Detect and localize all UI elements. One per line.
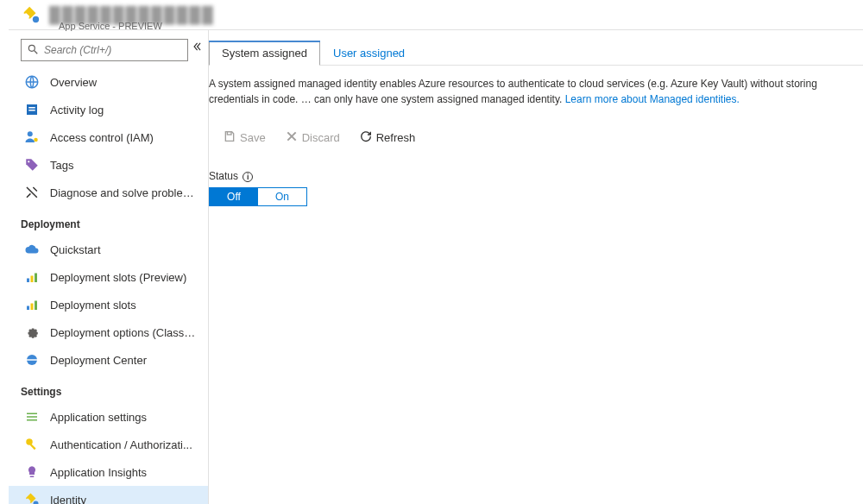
gear-icon bbox=[24, 324, 40, 340]
save-label: Save bbox=[240, 131, 266, 144]
sidebar-item-label: Identity bbox=[50, 494, 86, 505]
svg-point-9 bbox=[28, 161, 29, 162]
status-label-row: Status i bbox=[209, 170, 863, 187]
tab-label: User assigned bbox=[333, 47, 405, 60]
sidebar-item-label: Authentication / Authorizati... bbox=[50, 438, 192, 451]
svg-point-1 bbox=[28, 45, 35, 51]
svg-rect-26 bbox=[227, 132, 231, 135]
learn-more-link[interactable]: Learn more about Managed identities. bbox=[565, 93, 740, 105]
sidebar-item-activity-log[interactable]: Activity log bbox=[9, 96, 208, 123]
description: A system assigned managed identity enabl… bbox=[209, 66, 863, 114]
svg-point-23 bbox=[34, 501, 39, 505]
bulb-icon bbox=[24, 464, 40, 480]
status-toggle[interactable]: Off On bbox=[209, 187, 307, 206]
page-header: █████████████ App Service - PREVIEW bbox=[9, 0, 863, 30]
toolbar: Save Discard Refresh bbox=[209, 114, 863, 170]
sidebar-item-label: Application settings bbox=[50, 411, 147, 424]
sidebar-item-tags[interactable]: Tags bbox=[9, 151, 208, 179]
refresh-label: Refresh bbox=[376, 131, 416, 144]
save-icon bbox=[223, 129, 236, 146]
search-input[interactable] bbox=[21, 39, 188, 61]
svg-point-0 bbox=[33, 16, 39, 22]
sidebar-item-label: Overview bbox=[50, 76, 97, 89]
tab-user-assigned[interactable]: User assigned bbox=[320, 41, 418, 65]
bars-icon bbox=[24, 297, 40, 312]
info-icon[interactable]: i bbox=[243, 172, 253, 182]
svg-line-2 bbox=[35, 50, 38, 54]
tab-system-assigned[interactable]: System assigned bbox=[209, 41, 320, 66]
sidebar-item-label: Deployment slots bbox=[50, 299, 136, 312]
section-settings: Settings bbox=[9, 374, 208, 403]
refresh-button[interactable]: Refresh bbox=[352, 126, 423, 149]
nav-top: Overview Activity log Access control (IA… bbox=[9, 68, 208, 206]
search-field[interactable] bbox=[44, 44, 182, 56]
sidebar-item-deployment-slots[interactable]: Deployment slots bbox=[9, 291, 208, 318]
svg-rect-11 bbox=[31, 276, 34, 283]
sidebar-item-authentication[interactable]: Authentication / Authorizati... bbox=[9, 431, 208, 458]
sidebar-item-label: Activity log bbox=[50, 104, 104, 117]
toggle-off[interactable]: Off bbox=[210, 188, 258, 205]
nav-settings: Application settings Authentication / Au… bbox=[9, 403, 208, 504]
globe2-icon bbox=[24, 352, 40, 368]
log-icon bbox=[24, 102, 40, 117]
identity-icon bbox=[24, 492, 40, 504]
main-content: System assigned User assigned A system a… bbox=[209, 30, 863, 504]
status-label: Status bbox=[209, 170, 238, 182]
toggle-off-label: Off bbox=[227, 191, 241, 203]
toggle-on[interactable]: On bbox=[258, 188, 306, 205]
svg-rect-21 bbox=[30, 444, 36, 450]
sidebar-item-label: Quickstart bbox=[50, 243, 101, 256]
key-icon bbox=[24, 437, 40, 452]
bars-icon bbox=[24, 269, 40, 285]
nav-deployment: Quickstart Deployment slots (Preview) De… bbox=[9, 236, 208, 374]
globe-icon bbox=[24, 74, 40, 90]
sidebar-item-diagnose[interactable]: Diagnose and solve problems bbox=[9, 179, 208, 206]
sidebar-item-application-insights[interactable]: Application Insights bbox=[9, 458, 208, 486]
collapse-button[interactable] bbox=[191, 41, 203, 55]
sidebar-item-access-control[interactable]: Access control (IAM) bbox=[9, 123, 208, 151]
sidebar-item-deployment-slots-preview[interactable]: Deployment slots (Preview) bbox=[9, 263, 208, 291]
sidebar-item-label: Application Insights bbox=[50, 466, 147, 479]
sidebar-item-identity[interactable]: Identity bbox=[9, 486, 208, 504]
discard-icon bbox=[285, 129, 299, 146]
tag-icon bbox=[24, 157, 40, 173]
sidebar-item-application-settings[interactable]: Application settings bbox=[9, 403, 208, 431]
identity-icon bbox=[22, 5, 41, 24]
sidebar-item-deployment-options[interactable]: Deployment options (Classic) bbox=[9, 318, 208, 346]
refresh-icon bbox=[359, 129, 373, 146]
sidebar-item-label: Tags bbox=[50, 159, 73, 172]
svg-rect-12 bbox=[35, 274, 37, 283]
svg-point-7 bbox=[28, 131, 33, 136]
lines-icon bbox=[24, 409, 40, 425]
person-icon bbox=[24, 129, 40, 145]
sidebar-item-label: Deployment options (Classic) bbox=[50, 326, 196, 339]
tabs: System assigned User assigned bbox=[209, 41, 863, 66]
svg-rect-13 bbox=[27, 306, 29, 311]
svg-point-8 bbox=[34, 138, 38, 142]
discard-label: Discard bbox=[302, 131, 340, 144]
sidebar-item-label: Diagnose and solve problems bbox=[50, 186, 196, 199]
sidebar: Overview Activity log Access control (IA… bbox=[9, 30, 209, 504]
tab-label: System assigned bbox=[222, 47, 307, 60]
discard-button[interactable]: Discard bbox=[278, 126, 347, 149]
sidebar-item-quickstart[interactable]: Quickstart bbox=[9, 236, 208, 263]
sidebar-item-label: Deployment Center bbox=[50, 354, 147, 367]
svg-rect-15 bbox=[35, 301, 37, 311]
tools-icon bbox=[24, 185, 40, 200]
search-icon bbox=[27, 43, 39, 58]
sidebar-item-deployment-center[interactable]: Deployment Center bbox=[9, 346, 208, 374]
sidebar-item-label: Access control (IAM) bbox=[50, 131, 154, 144]
sidebar-item-overview[interactable]: Overview bbox=[9, 68, 208, 96]
cloud-icon bbox=[24, 242, 40, 257]
svg-rect-6 bbox=[28, 110, 35, 111]
svg-rect-10 bbox=[27, 279, 29, 283]
svg-rect-5 bbox=[28, 107, 35, 109]
sidebar-item-label: Deployment slots (Preview) bbox=[50, 271, 186, 284]
save-button[interactable]: Save bbox=[216, 126, 273, 149]
svg-rect-14 bbox=[31, 304, 34, 311]
svg-rect-22 bbox=[30, 476, 35, 478]
toggle-on-label: On bbox=[275, 191, 289, 203]
section-deployment: Deployment bbox=[9, 206, 208, 236]
